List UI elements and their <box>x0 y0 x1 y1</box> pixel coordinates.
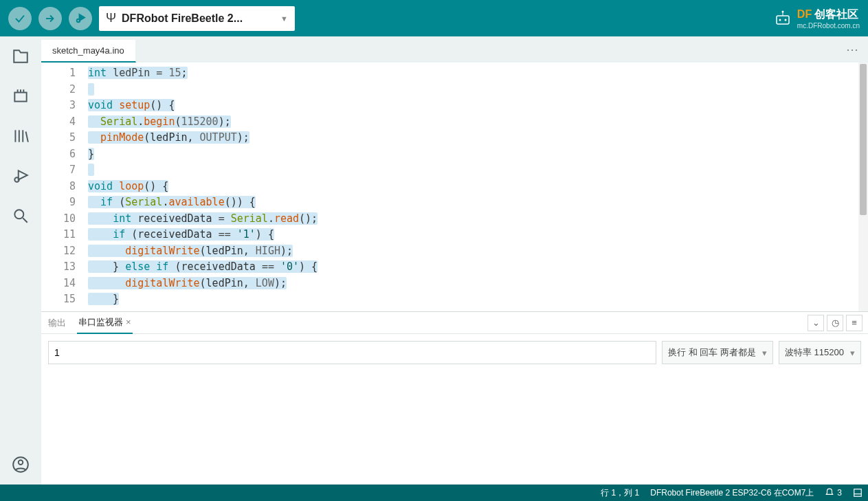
board-selector[interactable]: Ψ DFRobot FireBeetle 2... ▼ <box>99 6 295 31</box>
collapse-button[interactable]: ⌄ <box>808 315 824 331</box>
board-manager-icon[interactable] <box>10 86 31 107</box>
robot-icon <box>772 10 793 27</box>
code-editor[interactable]: 123456789101112131415 int ledPin = 15; v… <box>41 63 868 311</box>
notifications-button[interactable]: 3 <box>825 488 842 498</box>
top-toolbar: Ψ DFRobot FireBeetle 2... ▼ DF创客社区 mc.DF… <box>0 0 868 36</box>
brand-area: DF创客社区 mc.DFRobot.com.cn <box>772 8 860 30</box>
clock-icon[interactable]: ◷ <box>827 315 843 331</box>
svg-marker-17 <box>19 170 27 179</box>
serial-monitor-tab[interactable]: 串口监视器× <box>77 312 133 334</box>
cursor-position: 行 1，列 1 <box>601 487 639 499</box>
svg-rect-3 <box>777 16 789 24</box>
status-bar: 行 1，列 1 DFRobot FireBeetle 2 ESP32-C6 在C… <box>0 485 868 501</box>
usb-icon: Ψ <box>106 11 116 25</box>
upload-button[interactable] <box>38 7 62 30</box>
editor-tabs: sketch_may4a.ino ⋯ <box>41 36 868 63</box>
svg-rect-8 <box>14 93 26 102</box>
account-icon[interactable] <box>10 454 31 475</box>
search-icon[interactable] <box>10 205 31 226</box>
svg-point-4 <box>779 19 781 21</box>
line-gutter: 123456789101112131415 <box>41 63 82 311</box>
line-ending-select[interactable]: 换行 和 回车 两者都是 <box>662 341 773 364</box>
output-tab[interactable]: 输出 <box>47 313 67 333</box>
svg-point-5 <box>784 19 786 21</box>
debug-icon[interactable] <box>10 166 31 186</box>
close-panel-icon[interactable] <box>853 488 863 498</box>
svg-line-15 <box>26 132 28 142</box>
activity-bar <box>0 36 41 485</box>
verify-button[interactable] <box>8 7 32 30</box>
scrollbar-vertical[interactable] <box>858 63 868 311</box>
debug-button[interactable] <box>69 7 92 30</box>
sketchbook-icon[interactable] <box>10 46 31 67</box>
serial-input[interactable] <box>48 341 656 364</box>
chevron-down-icon: ▼ <box>280 14 288 23</box>
board-name: DFRobot FireBeetle 2... <box>122 12 275 25</box>
svg-point-18 <box>14 210 23 219</box>
library-manager-icon[interactable] <box>10 126 31 146</box>
code-area[interactable]: int ledPin = 15; void setup() { Serial.b… <box>82 63 858 311</box>
file-tab[interactable]: sketch_may4a.ino <box>41 39 136 63</box>
bottom-panel: 输出 串口监视器× ⌄ ◷ ≡ 换行 和 回车 两者都是 波特率 115200 <box>41 311 868 485</box>
svg-line-19 <box>23 218 27 223</box>
svg-point-7 <box>781 10 783 12</box>
clear-icon[interactable]: ≡ <box>846 315 863 331</box>
baud-select[interactable]: 波特率 115200 <box>779 341 861 364</box>
status-board[interactable]: DFRobot FireBeetle 2 ESP32-C6 在COM7上 <box>650 487 814 499</box>
svg-marker-2 <box>80 14 85 21</box>
tab-overflow-icon[interactable]: ⋯ <box>836 42 868 57</box>
close-icon[interactable]: × <box>126 317 131 327</box>
svg-point-21 <box>19 460 23 465</box>
svg-rect-22 <box>854 489 862 497</box>
